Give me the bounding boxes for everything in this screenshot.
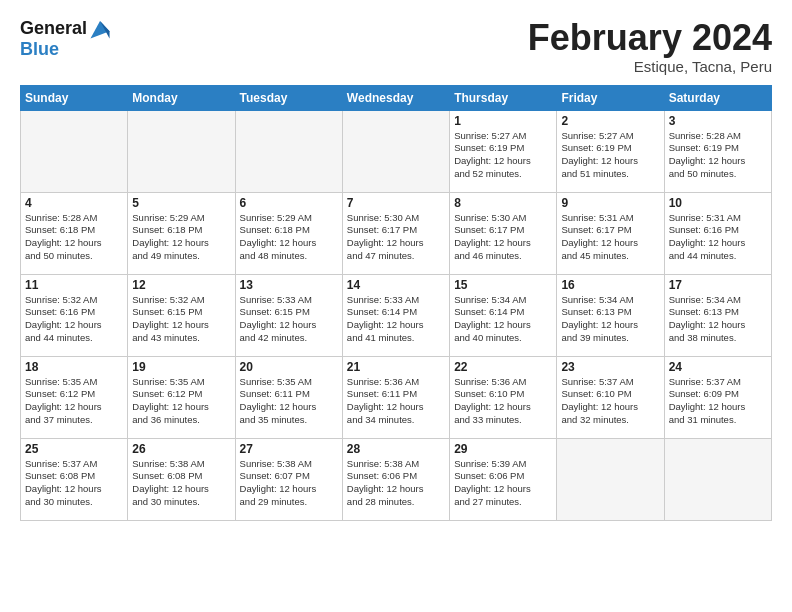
day-info: Sunrise: 5:37 AM Sunset: 6:08 PM Dayligh… bbox=[25, 458, 123, 509]
day-info: Sunrise: 5:27 AM Sunset: 6:19 PM Dayligh… bbox=[561, 130, 659, 181]
table-row bbox=[664, 438, 771, 520]
table-row: 26Sunrise: 5:38 AM Sunset: 6:08 PM Dayli… bbox=[128, 438, 235, 520]
day-info: Sunrise: 5:35 AM Sunset: 6:11 PM Dayligh… bbox=[240, 376, 338, 427]
day-number: 13 bbox=[240, 278, 338, 292]
table-row: 11Sunrise: 5:32 AM Sunset: 6:16 PM Dayli… bbox=[21, 274, 128, 356]
day-number: 11 bbox=[25, 278, 123, 292]
col-tuesday: Tuesday bbox=[235, 85, 342, 110]
table-row: 9Sunrise: 5:31 AM Sunset: 6:17 PM Daylig… bbox=[557, 192, 664, 274]
col-monday: Monday bbox=[128, 85, 235, 110]
logo-icon bbox=[89, 18, 111, 40]
table-row: 17Sunrise: 5:34 AM Sunset: 6:13 PM Dayli… bbox=[664, 274, 771, 356]
day-info: Sunrise: 5:34 AM Sunset: 6:13 PM Dayligh… bbox=[561, 294, 659, 345]
title-block: February 2024 Estique, Tacna, Peru bbox=[528, 18, 772, 75]
day-number: 26 bbox=[132, 442, 230, 456]
day-number: 16 bbox=[561, 278, 659, 292]
table-row: 22Sunrise: 5:36 AM Sunset: 6:10 PM Dayli… bbox=[450, 356, 557, 438]
day-info: Sunrise: 5:32 AM Sunset: 6:16 PM Dayligh… bbox=[25, 294, 123, 345]
day-number: 28 bbox=[347, 442, 445, 456]
day-info: Sunrise: 5:38 AM Sunset: 6:07 PM Dayligh… bbox=[240, 458, 338, 509]
table-row: 2Sunrise: 5:27 AM Sunset: 6:19 PM Daylig… bbox=[557, 110, 664, 192]
day-info: Sunrise: 5:35 AM Sunset: 6:12 PM Dayligh… bbox=[132, 376, 230, 427]
page: General Blue February 2024 Estique, Tacn… bbox=[0, 0, 792, 531]
table-row: 4Sunrise: 5:28 AM Sunset: 6:18 PM Daylig… bbox=[21, 192, 128, 274]
day-number: 14 bbox=[347, 278, 445, 292]
day-info: Sunrise: 5:31 AM Sunset: 6:17 PM Dayligh… bbox=[561, 212, 659, 263]
day-info: Sunrise: 5:37 AM Sunset: 6:09 PM Dayligh… bbox=[669, 376, 767, 427]
table-row: 20Sunrise: 5:35 AM Sunset: 6:11 PM Dayli… bbox=[235, 356, 342, 438]
header-row: General Blue February 2024 Estique, Tacn… bbox=[20, 18, 772, 75]
calendar-week-row: 18Sunrise: 5:35 AM Sunset: 6:12 PM Dayli… bbox=[21, 356, 772, 438]
calendar-week-row: 1Sunrise: 5:27 AM Sunset: 6:19 PM Daylig… bbox=[21, 110, 772, 192]
table-row bbox=[21, 110, 128, 192]
day-number: 2 bbox=[561, 114, 659, 128]
col-sunday: Sunday bbox=[21, 85, 128, 110]
day-number: 8 bbox=[454, 196, 552, 210]
logo-text-blue: Blue bbox=[20, 40, 111, 60]
table-row: 15Sunrise: 5:34 AM Sunset: 6:14 PM Dayli… bbox=[450, 274, 557, 356]
day-info: Sunrise: 5:27 AM Sunset: 6:19 PM Dayligh… bbox=[454, 130, 552, 181]
table-row: 8Sunrise: 5:30 AM Sunset: 6:17 PM Daylig… bbox=[450, 192, 557, 274]
col-friday: Friday bbox=[557, 85, 664, 110]
day-number: 18 bbox=[25, 360, 123, 374]
day-number: 3 bbox=[669, 114, 767, 128]
day-number: 5 bbox=[132, 196, 230, 210]
location-title: Estique, Tacna, Peru bbox=[528, 58, 772, 75]
day-number: 17 bbox=[669, 278, 767, 292]
table-row: 10Sunrise: 5:31 AM Sunset: 6:16 PM Dayli… bbox=[664, 192, 771, 274]
day-info: Sunrise: 5:28 AM Sunset: 6:19 PM Dayligh… bbox=[669, 130, 767, 181]
table-row: 13Sunrise: 5:33 AM Sunset: 6:15 PM Dayli… bbox=[235, 274, 342, 356]
table-row: 21Sunrise: 5:36 AM Sunset: 6:11 PM Dayli… bbox=[342, 356, 449, 438]
day-info: Sunrise: 5:38 AM Sunset: 6:08 PM Dayligh… bbox=[132, 458, 230, 509]
day-number: 21 bbox=[347, 360, 445, 374]
day-number: 4 bbox=[25, 196, 123, 210]
day-info: Sunrise: 5:38 AM Sunset: 6:06 PM Dayligh… bbox=[347, 458, 445, 509]
day-info: Sunrise: 5:33 AM Sunset: 6:15 PM Dayligh… bbox=[240, 294, 338, 345]
table-row bbox=[342, 110, 449, 192]
table-row: 19Sunrise: 5:35 AM Sunset: 6:12 PM Dayli… bbox=[128, 356, 235, 438]
day-info: Sunrise: 5:33 AM Sunset: 6:14 PM Dayligh… bbox=[347, 294, 445, 345]
day-number: 29 bbox=[454, 442, 552, 456]
table-row: 24Sunrise: 5:37 AM Sunset: 6:09 PM Dayli… bbox=[664, 356, 771, 438]
table-row bbox=[557, 438, 664, 520]
day-number: 25 bbox=[25, 442, 123, 456]
day-info: Sunrise: 5:37 AM Sunset: 6:10 PM Dayligh… bbox=[561, 376, 659, 427]
day-number: 15 bbox=[454, 278, 552, 292]
table-row: 29Sunrise: 5:39 AM Sunset: 6:06 PM Dayli… bbox=[450, 438, 557, 520]
day-number: 23 bbox=[561, 360, 659, 374]
day-number: 22 bbox=[454, 360, 552, 374]
table-row: 7Sunrise: 5:30 AM Sunset: 6:17 PM Daylig… bbox=[342, 192, 449, 274]
day-number: 10 bbox=[669, 196, 767, 210]
table-row: 5Sunrise: 5:29 AM Sunset: 6:18 PM Daylig… bbox=[128, 192, 235, 274]
table-row: 23Sunrise: 5:37 AM Sunset: 6:10 PM Dayli… bbox=[557, 356, 664, 438]
calendar-week-row: 25Sunrise: 5:37 AM Sunset: 6:08 PM Dayli… bbox=[21, 438, 772, 520]
col-wednesday: Wednesday bbox=[342, 85, 449, 110]
day-info: Sunrise: 5:39 AM Sunset: 6:06 PM Dayligh… bbox=[454, 458, 552, 509]
day-number: 20 bbox=[240, 360, 338, 374]
day-info: Sunrise: 5:31 AM Sunset: 6:16 PM Dayligh… bbox=[669, 212, 767, 263]
table-row: 16Sunrise: 5:34 AM Sunset: 6:13 PM Dayli… bbox=[557, 274, 664, 356]
day-number: 6 bbox=[240, 196, 338, 210]
calendar-week-row: 4Sunrise: 5:28 AM Sunset: 6:18 PM Daylig… bbox=[21, 192, 772, 274]
table-row: 18Sunrise: 5:35 AM Sunset: 6:12 PM Dayli… bbox=[21, 356, 128, 438]
table-row: 3Sunrise: 5:28 AM Sunset: 6:19 PM Daylig… bbox=[664, 110, 771, 192]
col-saturday: Saturday bbox=[664, 85, 771, 110]
day-number: 9 bbox=[561, 196, 659, 210]
day-info: Sunrise: 5:30 AM Sunset: 6:17 PM Dayligh… bbox=[454, 212, 552, 263]
day-info: Sunrise: 5:34 AM Sunset: 6:13 PM Dayligh… bbox=[669, 294, 767, 345]
month-title: February 2024 bbox=[528, 18, 772, 58]
calendar-week-row: 11Sunrise: 5:32 AM Sunset: 6:16 PM Dayli… bbox=[21, 274, 772, 356]
day-info: Sunrise: 5:29 AM Sunset: 6:18 PM Dayligh… bbox=[132, 212, 230, 263]
table-row: 12Sunrise: 5:32 AM Sunset: 6:15 PM Dayli… bbox=[128, 274, 235, 356]
table-row: 6Sunrise: 5:29 AM Sunset: 6:18 PM Daylig… bbox=[235, 192, 342, 274]
table-row: 1Sunrise: 5:27 AM Sunset: 6:19 PM Daylig… bbox=[450, 110, 557, 192]
day-info: Sunrise: 5:32 AM Sunset: 6:15 PM Dayligh… bbox=[132, 294, 230, 345]
day-info: Sunrise: 5:36 AM Sunset: 6:10 PM Dayligh… bbox=[454, 376, 552, 427]
table-row bbox=[128, 110, 235, 192]
table-row: 28Sunrise: 5:38 AM Sunset: 6:06 PM Dayli… bbox=[342, 438, 449, 520]
day-info: Sunrise: 5:34 AM Sunset: 6:14 PM Dayligh… bbox=[454, 294, 552, 345]
calendar-table: Sunday Monday Tuesday Wednesday Thursday… bbox=[20, 85, 772, 521]
day-number: 1 bbox=[454, 114, 552, 128]
day-info: Sunrise: 5:29 AM Sunset: 6:18 PM Dayligh… bbox=[240, 212, 338, 263]
day-info: Sunrise: 5:35 AM Sunset: 6:12 PM Dayligh… bbox=[25, 376, 123, 427]
